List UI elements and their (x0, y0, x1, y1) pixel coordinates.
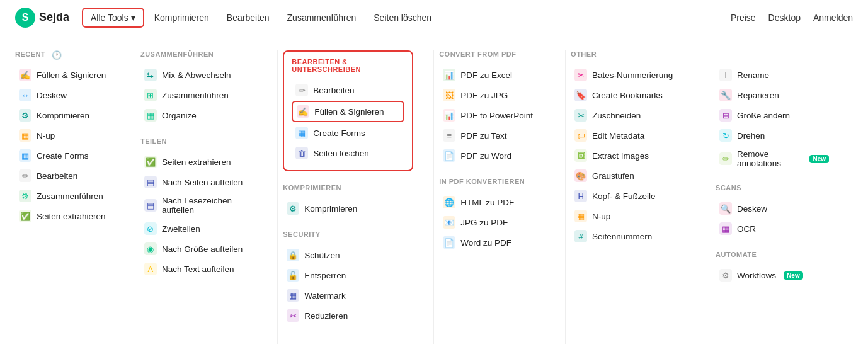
divider-4 (565, 50, 566, 344)
list-item[interactable]: ↔ Deskew (15, 86, 115, 105)
list-item[interactable]: ▦ Organize (140, 106, 257, 125)
komprimieren-icon: ⚙ (19, 109, 31, 122)
list-item[interactable]: ↻ Drehen (716, 126, 833, 145)
logo-area[interactable]: S Sejda (15, 8, 69, 28)
list-item[interactable]: 🔧 Reparieren (716, 86, 833, 105)
new-badge: New (809, 155, 829, 163)
header: S Sejda Alle Tools ▾ Komprimieren Bearbe… (0, 0, 868, 35)
reparieren-icon: 🔧 (719, 89, 732, 101)
list-item-seiten-loschen[interactable]: 🗑 Seiten löschen (292, 144, 404, 162)
list-item[interactable]: 🌐 HTML zu PDF (439, 193, 545, 212)
list-item[interactable]: ▦ N-up (571, 207, 695, 225)
grosse-icon: ⊞ (719, 109, 732, 122)
list-item-reduzieren[interactable]: ✂ Reduzieren (283, 306, 413, 325)
nach-grosse-icon: ◉ (144, 242, 157, 255)
list-item[interactable]: ⊞ Größe ändern (716, 106, 833, 125)
list-item[interactable]: ▦ N-up (15, 126, 115, 145)
list-item[interactable]: # Seitennummern (571, 227, 695, 246)
fullen-icon: ✍ (297, 105, 309, 118)
list-item[interactable]: I Rename (716, 66, 833, 84)
list-item[interactable]: ✂ Bates-Nummerierung (571, 66, 695, 84)
col-recent: RECENT 🕐 ✍ Füllen & Signieren ↔ Deskew ⚙… (15, 50, 135, 344)
list-item[interactable]: ▤ Nach Seiten aufteilen (140, 173, 257, 191)
html-pdf-icon: 🌐 (443, 196, 455, 208)
bearbeiten-icon: ✏ (19, 169, 31, 182)
mix-icon: ⇆ (144, 69, 157, 81)
list-item-watermark[interactable]: ▦ Watermark (283, 286, 413, 305)
list-item[interactable]: ✏ Bearbeiten (15, 166, 115, 185)
nach-lese-icon: ▤ (144, 199, 157, 212)
list-item-komprimieren[interactable]: ⚙ Komprimieren (283, 199, 413, 218)
nav-bearbeiten[interactable]: Bearbeiten (219, 9, 277, 26)
scans-title: SCANS (716, 184, 833, 191)
list-item-create-forms-2[interactable]: ▦ Create Forms (292, 123, 404, 142)
list-item-schutzen[interactable]: 🔒 Schützen (283, 246, 413, 265)
list-item-workflows[interactable]: ⚙ Workflows New (716, 266, 833, 285)
list-item[interactable]: ✅ Seiten extrahieren (140, 152, 257, 171)
seiten-extr-icon: ✅ (144, 156, 157, 168)
list-item[interactable]: ✍ Füllen & Signieren (15, 66, 115, 84)
list-item[interactable]: ⊘ Zweiteilen (140, 219, 257, 238)
fill-sign-icon: ✍ (19, 69, 31, 81)
list-item-fullen[interactable]: ✍ Füllen & Signieren (292, 101, 404, 122)
list-item[interactable]: 🎨 Graustufen (571, 166, 695, 185)
list-item[interactable]: A Nach Text aufteilen (140, 259, 257, 278)
list-item-create-forms[interactable]: ▦ Create Forms (15, 146, 115, 165)
nav-desktop[interactable]: Desktop (768, 13, 801, 23)
in-pdf-title: IN PDF KONVERTIEREN (439, 178, 545, 185)
list-item[interactable]: ▤ Nach Lesezeichen aufteilen (140, 193, 257, 218)
list-item[interactable]: ✂ Zuschneiden (571, 106, 695, 125)
list-item[interactable]: ≡ PDF zu Text (439, 126, 545, 145)
list-item[interactable]: 📧 JPG zu PDF (439, 213, 545, 232)
list-item[interactable]: ⚙ Zusammenführen (15, 186, 115, 205)
list-item[interactable]: 📊 PDF zu Excel (439, 66, 545, 84)
list-item[interactable]: 🏷 Edit Metadata (571, 126, 695, 145)
graustufen-icon: 🎨 (574, 169, 587, 182)
nav-alle-tools[interactable]: Alle Tools ▾ (82, 8, 144, 28)
chevron-down-icon: ▾ (131, 13, 135, 23)
list-item[interactable]: ✅ Seiten extrahieren (15, 207, 115, 225)
list-item[interactable]: H Kopf- & Fußzeile (571, 186, 695, 205)
list-item[interactable]: ⇆ Mix & Abwechseln (140, 66, 257, 84)
list-item[interactable]: ◉ Nach Größe aufteilen (140, 239, 257, 258)
divider-1 (135, 50, 135, 344)
list-item[interactable]: ▦ OCR (716, 219, 833, 238)
col-bearbeiten: BEARBEITEN & UNTERSCHREIBEN ✏ Bearbeiten… (283, 50, 433, 344)
drehen-icon: ↻ (719, 129, 732, 142)
list-item[interactable]: ⚙ Komprimieren (15, 106, 115, 125)
col-zusammen: ZUSAMMENFÜHREN ⇆ Mix & Abwechseln ⊞ Zusa… (140, 50, 277, 344)
reduzieren-icon: ✂ (287, 309, 299, 322)
list-item[interactable]: 🖼 PDF zu JPG (439, 86, 545, 105)
nav-right: Preise Desktop Anmelden (731, 13, 853, 23)
list-item[interactable]: ✏ Remove annotations New (716, 146, 833, 171)
nav-preise[interactable]: Preise (731, 13, 756, 23)
other-title: OTHER (571, 50, 695, 58)
remove-annot-icon: ✏ (719, 152, 732, 165)
automate-title: AUTOMATE (716, 251, 833, 258)
list-item[interactable]: 📄 PDF zu Word (439, 146, 545, 165)
nav-zusammenfuhren[interactable]: Zusammenführen (280, 9, 364, 26)
dropdown-panel: RECENT 🕐 ✍ Füllen & Signieren ↔ Deskew ⚙… (0, 35, 868, 359)
list-item-bearbeiten[interactable]: ✏ Bearbeiten (292, 81, 404, 100)
zusammen-icon: ⚙ (19, 190, 31, 202)
list-item-entsperren[interactable]: 🔓 Entsperren (283, 266, 413, 285)
teilen-title: TEILEN (140, 137, 257, 145)
bearbeiten-section: BEARBEITEN & UNTERSCHREIBEN ✏ Bearbeiten… (283, 50, 413, 171)
pdf-excel-icon: 📊 (443, 69, 455, 81)
list-item[interactable]: ⊞ Zusammenführen (140, 86, 257, 105)
list-item[interactable]: 🔍 Deskew (716, 199, 833, 218)
list-item[interactable]: 📊 PDF to PowerPoint (439, 106, 545, 125)
nav-anmelden[interactable]: Anmelden (813, 13, 853, 23)
list-item[interactable]: 🖼 Extract Images (571, 146, 695, 165)
list-item[interactable]: 🔖 Create Bookmarks (571, 86, 695, 105)
list-item[interactable]: 📄 Word zu PDF (439, 233, 545, 252)
col-convert: CONVERT FROM PDF 📊 PDF zu Excel 🖼 PDF zu… (439, 50, 565, 344)
nav-seiten-loschen[interactable]: Seiten löschen (366, 9, 439, 26)
pdf-text-icon: ≡ (443, 129, 455, 142)
watermark-icon: ▦ (287, 289, 299, 302)
nup-icon: ▦ (19, 129, 31, 142)
komprimieren2-icon: ⚙ (287, 202, 299, 215)
new-badge-workflows: New (784, 271, 803, 280)
zuschneiden-icon: ✂ (574, 109, 587, 122)
nav-komprimieren[interactable]: Komprimieren (147, 9, 217, 26)
